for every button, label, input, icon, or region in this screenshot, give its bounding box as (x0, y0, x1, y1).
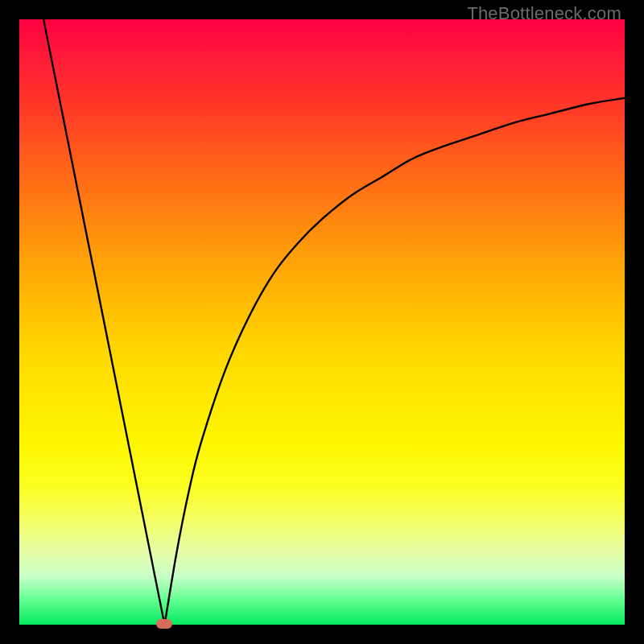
curve-path (43, 19, 625, 625)
minimum-marker (156, 619, 172, 629)
bottleneck-curve (19, 19, 625, 625)
watermark-text: TheBottleneck.com (467, 3, 621, 24)
chart-plot-area (19, 19, 625, 625)
